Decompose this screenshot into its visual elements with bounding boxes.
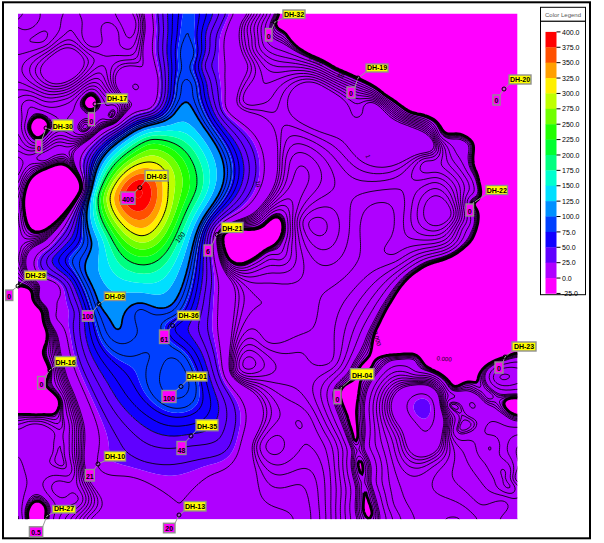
svg-text:48: 48 — [178, 447, 186, 454]
svg-text:DH-30: DH-30 — [53, 123, 73, 130]
svg-text:100: 100 — [163, 395, 175, 402]
svg-text:0: 0 — [336, 396, 340, 403]
svg-text:150.0: 150.0 — [562, 182, 580, 189]
svg-text:DH-13: DH-13 — [185, 503, 205, 510]
svg-text:DH-16: DH-16 — [55, 359, 75, 366]
svg-text:250.0: 250.0 — [562, 121, 580, 128]
svg-text:DH-35: DH-35 — [197, 423, 217, 430]
svg-text:0.5: 0.5 — [31, 529, 41, 536]
svg-text:DH-23: DH-23 — [514, 343, 534, 350]
svg-text:DH-04: DH-04 — [352, 372, 372, 379]
svg-text:0: 0 — [468, 208, 472, 215]
svg-text:400: 400 — [122, 196, 134, 203]
svg-text:0: 0 — [497, 365, 501, 372]
svg-text:0: 0 — [495, 97, 499, 104]
svg-text:DH-09: DH-09 — [105, 293, 125, 300]
svg-text:DH-29: DH-29 — [25, 272, 45, 279]
svg-text:50.0: 50.0 — [562, 244, 576, 251]
svg-text:0: 0 — [7, 293, 11, 300]
svg-text:0: 0 — [37, 145, 41, 152]
svg-text:DH-36: DH-36 — [178, 312, 198, 319]
svg-text:DH-27: DH-27 — [54, 505, 74, 512]
svg-text:10: 10 — [255, 180, 262, 188]
svg-text:0.0: 0.0 — [562, 275, 572, 282]
svg-text:-25.0: -25.0 — [562, 290, 578, 297]
svg-text:0: 0 — [39, 381, 43, 388]
svg-text:DH-19: DH-19 — [367, 64, 387, 71]
svg-text:125.0: 125.0 — [562, 198, 580, 205]
svg-text:25.0: 25.0 — [562, 259, 576, 266]
svg-text:DH-22: DH-22 — [487, 187, 507, 194]
svg-text:400.0: 400.0 — [562, 29, 580, 36]
svg-text:DH-10: DH-10 — [105, 453, 125, 460]
svg-text:20: 20 — [165, 525, 173, 532]
svg-text:DH-01: DH-01 — [187, 373, 207, 380]
svg-text:100: 100 — [82, 313, 94, 320]
svg-text:175.0: 175.0 — [562, 167, 580, 174]
svg-text:DH-20: DH-20 — [510, 76, 530, 83]
svg-text:Color Legend: Color Legend — [545, 12, 581, 18]
svg-text:DH-03: DH-03 — [146, 173, 166, 180]
svg-text:DH-32: DH-32 — [284, 11, 304, 18]
svg-text:6: 6 — [206, 248, 210, 255]
svg-text:DH-17: DH-17 — [107, 95, 127, 102]
svg-text:300.0: 300.0 — [562, 90, 580, 97]
svg-text:275.0: 275.0 — [562, 105, 580, 112]
svg-text:325.0: 325.0 — [562, 75, 580, 82]
svg-text:225.0: 225.0 — [562, 136, 580, 143]
svg-text:21: 21 — [86, 473, 94, 480]
svg-text:200.0: 200.0 — [562, 152, 580, 159]
svg-text:DH-21: DH-21 — [222, 225, 242, 232]
svg-text:75.0: 75.0 — [562, 229, 576, 236]
svg-text:61: 61 — [160, 336, 168, 343]
svg-text:0: 0 — [267, 33, 271, 40]
svg-text:350.0: 350.0 — [562, 59, 580, 66]
svg-text:0: 0 — [90, 118, 94, 125]
svg-text:0: 0 — [349, 90, 353, 97]
svg-text:100.0: 100.0 — [562, 213, 580, 220]
svg-text:375.0: 375.0 — [562, 44, 580, 51]
